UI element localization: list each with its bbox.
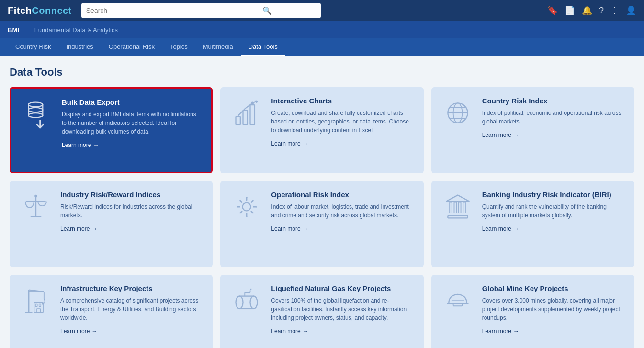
search-input[interactable] — [86, 7, 260, 14]
tab-multimedia[interactable]: Multimedia — [195, 38, 241, 56]
top-bar: FitchConnect 🔍 Advanced ▼ 🔖 📄 🔔 ? ⋮ 👤 — [0, 0, 644, 21]
interactive-charts-title: Interactive Charts — [271, 97, 414, 105]
advanced-label: Advanced — [280, 7, 308, 14]
industry-risk-reward-icon — [19, 191, 53, 232]
operational-risk-index-body: Operational Risk Index Index of labour m… — [271, 191, 414, 232]
card-banking-industry-risk[interactable]: Banking Industry Risk Indicator (BIRI) Q… — [431, 181, 634, 267]
country-risk-index-learn-more[interactable]: Learn more → — [482, 132, 519, 138]
global-mine-key-projects-body: Global Mine Key Projects Covers over 3,0… — [482, 284, 625, 335]
bulk-data-export-desc: Display and export BMI data items with n… — [62, 110, 202, 136]
interactive-charts-learn-more[interactable]: Learn more → — [271, 140, 308, 147]
chevron-down-icon: ▼ — [310, 7, 316, 14]
banking-industry-risk-title: Banking Industry Risk Indicator (BIRI) — [482, 191, 625, 199]
infrastructure-key-projects-desc: A comprehensive catalog of significant p… — [60, 296, 203, 322]
svg-rect-28 — [239, 211, 243, 214]
svg-rect-8 — [243, 110, 248, 124]
svg-rect-7 — [236, 117, 240, 125]
arrow-icon: → — [513, 132, 519, 138]
card-infrastructure-key-projects[interactable]: Infrastructure Key Projects A comprehens… — [10, 275, 213, 348]
operational-risk-index-icon — [230, 191, 263, 232]
page-title: Data Tools — [10, 66, 634, 79]
cards-grid: Bulk Data Export Display and export BMI … — [10, 87, 634, 348]
svg-rect-55 — [453, 303, 462, 306]
infrastructure-key-projects-title: Infrastructure Key Projects — [60, 284, 203, 292]
interactive-charts-icon — [230, 97, 263, 147]
lng-key-projects-title: Liquefied Natural Gas Key Projects — [271, 284, 414, 292]
sub-nav-section[interactable]: Fundamental Data & Analytics — [28, 26, 124, 34]
banking-industry-risk-body: Banking Industry Risk Indicator (BIRI) Q… — [482, 191, 625, 232]
bulk-data-export-title: Bulk Data Export — [62, 98, 202, 106]
operational-risk-index-title: Operational Risk Index — [271, 191, 414, 199]
card-bulk-data-export[interactable]: Bulk Data Export Display and export BMI … — [10, 87, 213, 173]
infrastructure-key-projects-body: Infrastructure Key Projects A comprehens… — [60, 284, 203, 335]
card-industry-risk-reward[interactable]: Industry Risk/Reward Indices Risk/Reward… — [10, 181, 213, 267]
top-right-icons: 🔖 📄 🔔 ? ⋮ 👤 — [547, 5, 636, 16]
tab-topics[interactable]: Topics — [162, 38, 195, 56]
lng-key-projects-icon — [230, 284, 263, 335]
bookmark-icon[interactable]: 🔖 — [547, 5, 558, 16]
svg-rect-34 — [450, 202, 452, 213]
tab-country-risk[interactable]: Country Risk — [8, 38, 58, 56]
tab-data-tools[interactable]: Data Tools — [241, 38, 285, 56]
global-mine-key-projects-desc: Covers over 3,000 mines globally, coveri… — [482, 296, 625, 322]
card-operational-risk-index[interactable]: Operational Risk Index Index of labour m… — [220, 181, 423, 267]
arrow-icon: → — [91, 328, 97, 335]
card-interactive-charts[interactable]: Interactive Charts Create, download and … — [220, 87, 423, 173]
tab-operational-risk[interactable]: Operational Risk — [101, 38, 162, 56]
lng-key-projects-body: Liquefied Natural Gas Key Projects Cover… — [271, 284, 414, 335]
svg-point-47 — [236, 296, 243, 309]
svg-rect-45 — [39, 304, 41, 307]
svg-point-5 — [28, 113, 43, 117]
svg-rect-29 — [250, 211, 254, 214]
card-global-mine-key-projects[interactable]: Global Mine Key Projects Covers over 3,0… — [431, 275, 634, 348]
banking-industry-risk-learn-more[interactable]: Learn more → — [482, 225, 519, 232]
arrow-icon: → — [513, 328, 519, 335]
logo[interactable]: FitchConnect — [8, 5, 72, 16]
advanced-button[interactable]: Advanced ▼ — [280, 7, 316, 14]
industry-risk-reward-learn-more[interactable]: Learn more → — [60, 225, 97, 232]
industry-risk-reward-title: Industry Risk/Reward Indices — [60, 191, 203, 199]
arrow-icon: → — [303, 328, 308, 335]
tab-industries[interactable]: Industries — [58, 38, 101, 56]
help-icon[interactable]: ? — [599, 6, 604, 16]
card-lng-key-projects[interactable]: Liquefied Natural Gas Key Projects Cover… — [220, 275, 423, 348]
banking-industry-risk-desc: Quantify and rank the vulnerability of t… — [482, 202, 625, 220]
arrow-icon: → — [303, 225, 308, 232]
arrow-icon: → — [91, 225, 97, 232]
card-country-risk-index[interactable]: Country Risk Index Index of political, e… — [431, 87, 634, 173]
svg-rect-9 — [250, 105, 255, 124]
svg-point-20 — [34, 195, 37, 198]
global-mine-key-projects-learn-more[interactable]: Learn more → — [482, 328, 519, 335]
tab-bar: Country Risk Industries Operational Risk… — [0, 38, 644, 56]
lng-key-projects-learn-more[interactable]: Learn more → — [271, 328, 308, 335]
bell-icon[interactable]: 🔔 — [582, 5, 592, 16]
arrow-icon: → — [93, 142, 99, 148]
user-icon[interactable]: 👤 — [626, 5, 636, 16]
sub-nav-brand[interactable]: BMI — [8, 26, 26, 34]
svg-marker-30 — [446, 195, 469, 202]
industry-risk-reward-body: Industry Risk/Reward Indices Risk/Reward… — [60, 191, 203, 232]
infrastructure-key-projects-learn-more[interactable]: Learn more → — [60, 328, 97, 335]
bulk-data-export-icon — [21, 98, 54, 148]
grid-icon[interactable]: ⋮ — [610, 5, 619, 16]
country-risk-index-body: Country Risk Index Index of political, e… — [482, 97, 625, 138]
svg-point-21 — [243, 203, 251, 211]
interactive-charts-desc: Create, download and share fully customi… — [271, 109, 414, 135]
sub-nav: BMI Fundamental Data & Analytics — [0, 21, 644, 38]
arrow-icon: → — [513, 225, 519, 232]
svg-point-4 — [28, 108, 43, 112]
operational-risk-index-learn-more[interactable]: Learn more → — [271, 225, 308, 232]
svg-rect-46 — [37, 309, 41, 313]
search-icon[interactable]: 🔍 — [260, 6, 274, 15]
country-risk-index-icon — [441, 97, 475, 138]
global-mine-key-projects-title: Global Mine Key Projects — [482, 284, 625, 292]
svg-rect-43 — [34, 303, 43, 313]
bulk-data-export-learn-more[interactable]: Learn more → — [62, 142, 99, 148]
document-icon[interactable]: 📄 — [565, 5, 575, 16]
lng-key-projects-desc: Covers 100% of the global liquefaction a… — [271, 296, 414, 322]
svg-rect-25 — [253, 206, 257, 208]
page-content: Data Tools — [0, 56, 644, 348]
operational-risk-index-desc: Index of labour market, logistics, trade… — [271, 202, 414, 220]
banking-industry-risk-icon — [441, 191, 475, 232]
svg-rect-36 — [459, 202, 461, 213]
